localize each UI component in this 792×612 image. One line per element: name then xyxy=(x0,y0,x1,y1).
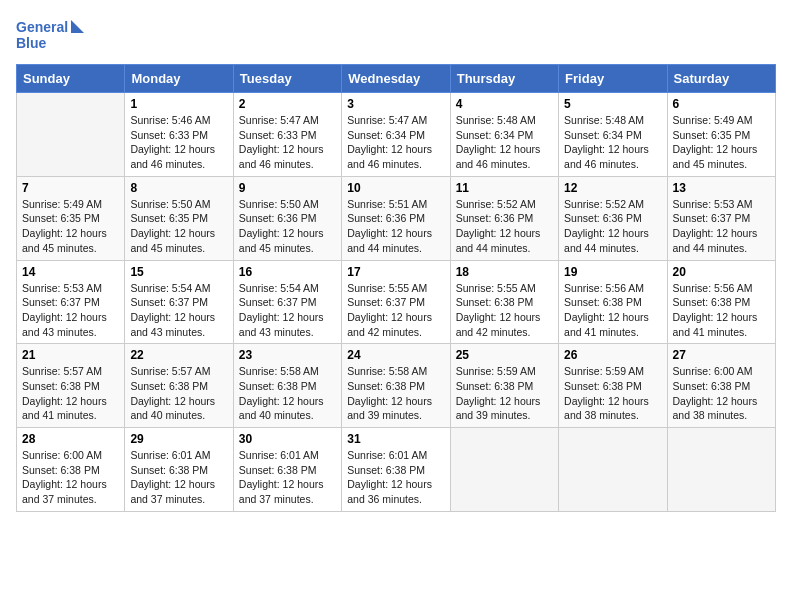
day-info: Sunrise: 5:52 AM Sunset: 6:36 PM Dayligh… xyxy=(564,197,661,256)
day-cell: 25Sunrise: 5:59 AM Sunset: 6:38 PM Dayli… xyxy=(450,344,558,428)
day-number: 8 xyxy=(130,181,227,195)
day-number: 12 xyxy=(564,181,661,195)
day-cell: 16Sunrise: 5:54 AM Sunset: 6:37 PM Dayli… xyxy=(233,260,341,344)
day-info: Sunrise: 5:57 AM Sunset: 6:38 PM Dayligh… xyxy=(130,364,227,423)
day-cell: 19Sunrise: 5:56 AM Sunset: 6:38 PM Dayli… xyxy=(559,260,667,344)
header-cell-thursday: Thursday xyxy=(450,65,558,93)
day-number: 1 xyxy=(130,97,227,111)
day-cell: 9Sunrise: 5:50 AM Sunset: 6:36 PM Daylig… xyxy=(233,176,341,260)
header-cell-wednesday: Wednesday xyxy=(342,65,450,93)
day-cell: 13Sunrise: 5:53 AM Sunset: 6:37 PM Dayli… xyxy=(667,176,775,260)
calendar-table: SundayMondayTuesdayWednesdayThursdayFrid… xyxy=(16,64,776,512)
header-row: SundayMondayTuesdayWednesdayThursdayFrid… xyxy=(17,65,776,93)
day-cell: 1Sunrise: 5:46 AM Sunset: 6:33 PM Daylig… xyxy=(125,93,233,177)
day-number: 31 xyxy=(347,432,444,446)
day-info: Sunrise: 5:49 AM Sunset: 6:35 PM Dayligh… xyxy=(22,197,119,256)
day-cell xyxy=(450,428,558,512)
day-cell: 22Sunrise: 5:57 AM Sunset: 6:38 PM Dayli… xyxy=(125,344,233,428)
day-number: 5 xyxy=(564,97,661,111)
day-info: Sunrise: 5:48 AM Sunset: 6:34 PM Dayligh… xyxy=(456,113,553,172)
week-row-2: 7Sunrise: 5:49 AM Sunset: 6:35 PM Daylig… xyxy=(17,176,776,260)
day-cell: 12Sunrise: 5:52 AM Sunset: 6:36 PM Dayli… xyxy=(559,176,667,260)
day-info: Sunrise: 5:51 AM Sunset: 6:36 PM Dayligh… xyxy=(347,197,444,256)
day-info: Sunrise: 5:57 AM Sunset: 6:38 PM Dayligh… xyxy=(22,364,119,423)
day-number: 22 xyxy=(130,348,227,362)
day-info: Sunrise: 5:59 AM Sunset: 6:38 PM Dayligh… xyxy=(564,364,661,423)
day-cell: 24Sunrise: 5:58 AM Sunset: 6:38 PM Dayli… xyxy=(342,344,450,428)
day-cell: 6Sunrise: 5:49 AM Sunset: 6:35 PM Daylig… xyxy=(667,93,775,177)
header-cell-saturday: Saturday xyxy=(667,65,775,93)
day-info: Sunrise: 5:46 AM Sunset: 6:33 PM Dayligh… xyxy=(130,113,227,172)
calendar-body: 1Sunrise: 5:46 AM Sunset: 6:33 PM Daylig… xyxy=(17,93,776,512)
day-number: 25 xyxy=(456,348,553,362)
day-cell xyxy=(17,93,125,177)
day-number: 4 xyxy=(456,97,553,111)
header-cell-tuesday: Tuesday xyxy=(233,65,341,93)
day-info: Sunrise: 6:01 AM Sunset: 6:38 PM Dayligh… xyxy=(130,448,227,507)
day-info: Sunrise: 5:47 AM Sunset: 6:34 PM Dayligh… xyxy=(347,113,444,172)
day-info: Sunrise: 5:49 AM Sunset: 6:35 PM Dayligh… xyxy=(673,113,770,172)
day-number: 10 xyxy=(347,181,444,195)
day-number: 14 xyxy=(22,265,119,279)
week-row-5: 28Sunrise: 6:00 AM Sunset: 6:38 PM Dayli… xyxy=(17,428,776,512)
day-cell: 20Sunrise: 5:56 AM Sunset: 6:38 PM Dayli… xyxy=(667,260,775,344)
week-row-3: 14Sunrise: 5:53 AM Sunset: 6:37 PM Dayli… xyxy=(17,260,776,344)
day-number: 3 xyxy=(347,97,444,111)
week-row-4: 21Sunrise: 5:57 AM Sunset: 6:38 PM Dayli… xyxy=(17,344,776,428)
day-info: Sunrise: 5:50 AM Sunset: 6:36 PM Dayligh… xyxy=(239,197,336,256)
day-number: 7 xyxy=(22,181,119,195)
day-info: Sunrise: 5:54 AM Sunset: 6:37 PM Dayligh… xyxy=(130,281,227,340)
day-cell: 29Sunrise: 6:01 AM Sunset: 6:38 PM Dayli… xyxy=(125,428,233,512)
logo: General Blue xyxy=(16,16,86,56)
day-info: Sunrise: 6:01 AM Sunset: 6:38 PM Dayligh… xyxy=(239,448,336,507)
day-cell: 18Sunrise: 5:55 AM Sunset: 6:38 PM Dayli… xyxy=(450,260,558,344)
svg-text:Blue: Blue xyxy=(16,35,47,51)
logo-svg: General Blue xyxy=(16,16,86,56)
day-info: Sunrise: 5:59 AM Sunset: 6:38 PM Dayligh… xyxy=(456,364,553,423)
day-info: Sunrise: 5:53 AM Sunset: 6:37 PM Dayligh… xyxy=(22,281,119,340)
day-number: 13 xyxy=(673,181,770,195)
day-number: 29 xyxy=(130,432,227,446)
day-cell: 28Sunrise: 6:00 AM Sunset: 6:38 PM Dayli… xyxy=(17,428,125,512)
day-cell: 15Sunrise: 5:54 AM Sunset: 6:37 PM Dayli… xyxy=(125,260,233,344)
day-info: Sunrise: 5:56 AM Sunset: 6:38 PM Dayligh… xyxy=(564,281,661,340)
day-cell: 4Sunrise: 5:48 AM Sunset: 6:34 PM Daylig… xyxy=(450,93,558,177)
day-cell xyxy=(559,428,667,512)
day-number: 6 xyxy=(673,97,770,111)
day-number: 19 xyxy=(564,265,661,279)
day-cell xyxy=(667,428,775,512)
day-info: Sunrise: 5:58 AM Sunset: 6:38 PM Dayligh… xyxy=(347,364,444,423)
day-number: 26 xyxy=(564,348,661,362)
day-info: Sunrise: 6:01 AM Sunset: 6:38 PM Dayligh… xyxy=(347,448,444,507)
day-cell: 14Sunrise: 5:53 AM Sunset: 6:37 PM Dayli… xyxy=(17,260,125,344)
day-cell: 8Sunrise: 5:50 AM Sunset: 6:35 PM Daylig… xyxy=(125,176,233,260)
day-info: Sunrise: 5:47 AM Sunset: 6:33 PM Dayligh… xyxy=(239,113,336,172)
day-info: Sunrise: 5:53 AM Sunset: 6:37 PM Dayligh… xyxy=(673,197,770,256)
svg-marker-2 xyxy=(71,20,84,33)
day-number: 16 xyxy=(239,265,336,279)
day-cell: 10Sunrise: 5:51 AM Sunset: 6:36 PM Dayli… xyxy=(342,176,450,260)
day-info: Sunrise: 5:52 AM Sunset: 6:36 PM Dayligh… xyxy=(456,197,553,256)
day-cell: 7Sunrise: 5:49 AM Sunset: 6:35 PM Daylig… xyxy=(17,176,125,260)
day-cell: 3Sunrise: 5:47 AM Sunset: 6:34 PM Daylig… xyxy=(342,93,450,177)
day-number: 28 xyxy=(22,432,119,446)
day-number: 24 xyxy=(347,348,444,362)
day-number: 20 xyxy=(673,265,770,279)
calendar-header: SundayMondayTuesdayWednesdayThursdayFrid… xyxy=(17,65,776,93)
page-header: General Blue xyxy=(16,16,776,56)
header-cell-friday: Friday xyxy=(559,65,667,93)
day-info: Sunrise: 5:55 AM Sunset: 6:37 PM Dayligh… xyxy=(347,281,444,340)
day-cell: 2Sunrise: 5:47 AM Sunset: 6:33 PM Daylig… xyxy=(233,93,341,177)
day-number: 15 xyxy=(130,265,227,279)
day-number: 17 xyxy=(347,265,444,279)
day-number: 18 xyxy=(456,265,553,279)
day-cell: 30Sunrise: 6:01 AM Sunset: 6:38 PM Dayli… xyxy=(233,428,341,512)
day-cell: 17Sunrise: 5:55 AM Sunset: 6:37 PM Dayli… xyxy=(342,260,450,344)
svg-text:General: General xyxy=(16,19,68,35)
header-cell-monday: Monday xyxy=(125,65,233,93)
day-cell: 21Sunrise: 5:57 AM Sunset: 6:38 PM Dayli… xyxy=(17,344,125,428)
day-number: 9 xyxy=(239,181,336,195)
day-cell: 31Sunrise: 6:01 AM Sunset: 6:38 PM Dayli… xyxy=(342,428,450,512)
day-number: 23 xyxy=(239,348,336,362)
day-info: Sunrise: 6:00 AM Sunset: 6:38 PM Dayligh… xyxy=(22,448,119,507)
